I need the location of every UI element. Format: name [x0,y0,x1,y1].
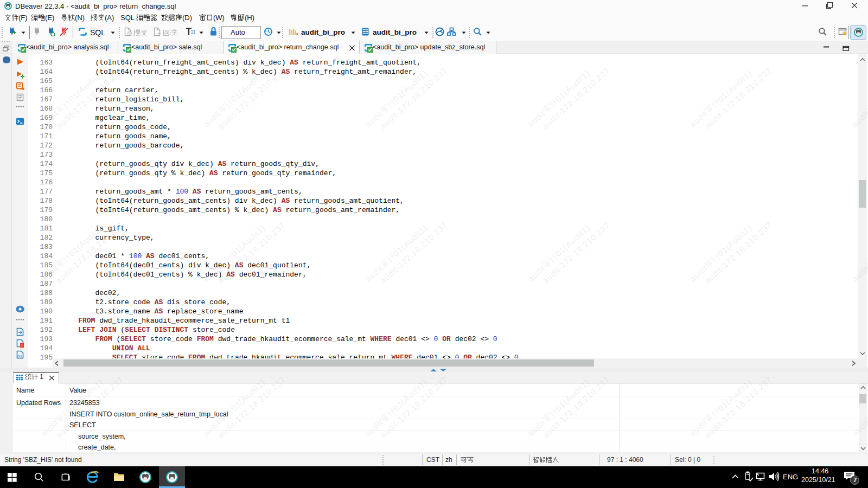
svg-text:(x): (x) [17,354,22,358]
